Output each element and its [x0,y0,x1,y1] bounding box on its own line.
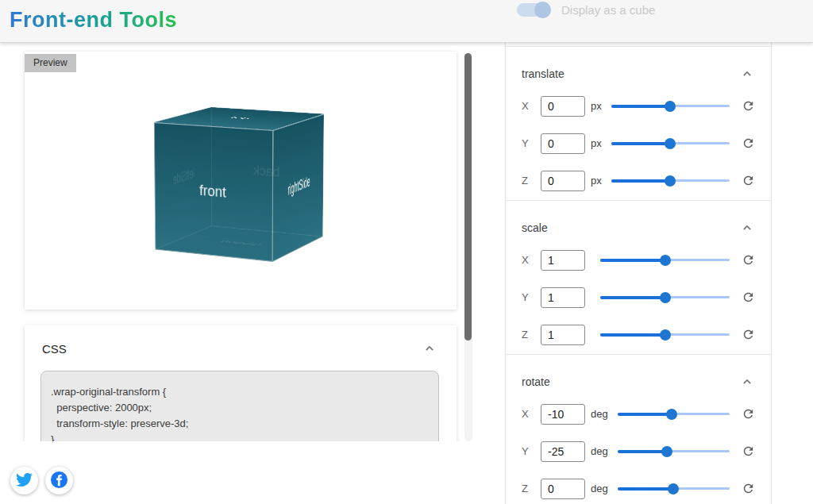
cube-scene: front back rightSide leftSide top bottom [25,52,457,310]
slider-fill [618,450,667,453]
axis-label: X [522,254,532,266]
unit-label: px [591,175,602,187]
slider-thumb[interactable] [665,138,676,149]
twitter-icon [16,471,33,491]
slider-thumb[interactable] [666,409,677,420]
translate-collapse-button[interactable] [739,66,755,82]
rotate-x-input[interactable] [541,404,585,425]
slider-fill [611,105,671,108]
scale-y-row: Y [522,287,755,307]
translate-y-slider[interactable] [611,137,730,150]
chevron-up-icon [739,380,755,392]
scale-y-reset-button[interactable] [738,290,755,305]
main-content-scroll-area: Preview front back rightSide leftSide to… [0,43,486,441]
translate-z-input[interactable] [541,171,585,191]
rotate-y-reset-button[interactable] [738,444,755,459]
scrollbar-thumb[interactable] [464,53,472,340]
rotate-y-input[interactable] [541,441,585,462]
display-cube-toggle[interactable] [517,3,550,17]
translate-section-title: translate [522,67,564,81]
translate-z-slider[interactable] [611,175,730,187]
translate-y-input[interactable] [541,133,585,154]
rotate-x-reset-button[interactable] [738,407,755,421]
slider-thumb[interactable] [660,255,671,266]
slider-thumb[interactable] [668,483,679,494]
rotate-x-slider[interactable] [618,408,730,421]
reset-icon [742,140,755,152]
facebook-icon [50,471,68,491]
slider-thumb[interactable] [660,292,671,303]
scale-x-slider[interactable] [600,254,730,267]
rotate-section: rotate X deg Y [506,355,771,498]
translate-section: translate X px Y [506,47,771,201]
transform-controls-panel: translate X px Y [505,0,772,504]
css-panel-title: CSS [42,342,67,356]
axis-label: Y [522,291,532,303]
page-title: Front-end Tools [10,8,177,33]
translate-z-reset-button[interactable] [738,174,755,188]
rotate-x-row: X deg [522,404,755,424]
social-share-bar [10,467,73,494]
scale-x-row: X [522,250,755,270]
rotate-z-reset-button[interactable] [738,482,755,496]
css-code-line: .wrap-original-transform { [51,384,429,400]
scale-y-input[interactable] [541,287,585,308]
slider-fill [600,333,665,337]
rotate-z-input[interactable] [541,479,585,499]
slider-fill [600,259,665,262]
reset-icon [742,257,755,269]
scrollbar-track[interactable] [464,53,472,441]
scale-z-slider[interactable] [600,329,730,341]
slider-thumb[interactable] [660,329,671,340]
rotate-z-row: Z deg [522,479,755,498]
translate-x-slider[interactable] [611,100,730,113]
scale-x-input[interactable] [541,250,585,271]
scale-x-reset-button[interactable] [738,253,755,267]
cube-face-front: front [154,122,273,262]
preview-panel: Preview front back rightSide leftSide to… [25,52,457,310]
rotate-y-row: Y deg [522,441,755,461]
translate-x-input[interactable] [541,96,585,117]
display-cube-toggle-group: Display as a cube [517,3,655,17]
translate-y-reset-button[interactable] [738,137,755,151]
reset-icon [742,103,755,115]
app-header: Front-end Tools Display as a cube [0,0,813,43]
css-collapse-button[interactable] [422,340,437,356]
slider-fill [600,296,665,299]
slider-thumb[interactable] [665,101,676,112]
scale-z-reset-button[interactable] [738,328,755,342]
axis-label: Z [522,175,532,187]
translate-z-row: Z px [522,171,755,190]
scale-y-slider[interactable] [600,291,730,304]
scale-z-input[interactable] [541,325,585,345]
axis-label: Y [522,137,532,149]
css-code-line: } [51,432,429,441]
cube: front back rightSide leftSide top bottom [183,114,299,248]
facebook-share-button[interactable] [45,467,73,494]
reset-icon [742,411,755,423]
reset-icon [742,332,755,344]
scale-collapse-button[interactable] [739,220,755,236]
slider-fill [611,142,671,145]
slider-thumb[interactable] [665,175,676,187]
css-code-block: .wrap-original-transform { perspective: … [40,371,439,441]
slider-thumb[interactable] [661,446,672,457]
chevron-up-icon [739,72,755,84]
unit-label: deg [591,408,608,420]
scale-z-row: Z [522,325,755,344]
css-code-line: perspective: 2000px; [51,400,429,416]
rotate-z-slider[interactable] [618,483,730,495]
rotate-collapse-button[interactable] [739,374,755,390]
unit-label: px [591,137,602,149]
slider-fill [618,487,674,491]
css-code-line: transform-style: preserve-3d; [51,416,429,432]
unit-label: px [591,100,602,112]
reset-icon [742,448,755,460]
rotate-section-title: rotate [522,375,550,389]
reset-icon [742,178,755,190]
chevron-up-icon [422,347,437,359]
twitter-share-button[interactable] [10,467,38,494]
css-panel: CSS .wrap-original-transform { perspecti… [25,325,457,441]
rotate-y-slider[interactable] [618,445,730,458]
translate-x-reset-button[interactable] [738,99,755,113]
